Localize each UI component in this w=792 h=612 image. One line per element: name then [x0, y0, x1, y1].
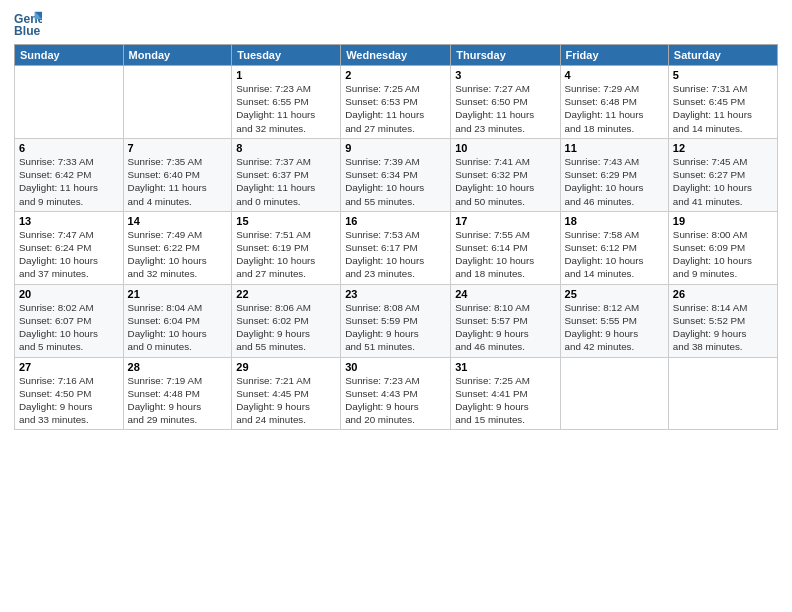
- day-info: Sunrise: 7:47 AM Sunset: 6:24 PM Dayligh…: [19, 228, 119, 281]
- column-header-monday: Monday: [123, 45, 232, 66]
- day-cell: 17Sunrise: 7:55 AM Sunset: 6:14 PM Dayli…: [451, 211, 560, 284]
- day-cell: 18Sunrise: 7:58 AM Sunset: 6:12 PM Dayli…: [560, 211, 668, 284]
- day-number: 29: [236, 361, 336, 373]
- day-info: Sunrise: 8:04 AM Sunset: 6:04 PM Dayligh…: [128, 301, 228, 354]
- week-row-2: 6Sunrise: 7:33 AM Sunset: 6:42 PM Daylig…: [15, 138, 778, 211]
- day-cell: [560, 357, 668, 430]
- column-header-thursday: Thursday: [451, 45, 560, 66]
- day-cell: 8Sunrise: 7:37 AM Sunset: 6:37 PM Daylig…: [232, 138, 341, 211]
- day-info: Sunrise: 7:31 AM Sunset: 6:45 PM Dayligh…: [673, 82, 773, 135]
- day-cell: 28Sunrise: 7:19 AM Sunset: 4:48 PM Dayli…: [123, 357, 232, 430]
- day-info: Sunrise: 8:08 AM Sunset: 5:59 PM Dayligh…: [345, 301, 446, 354]
- day-info: Sunrise: 7:49 AM Sunset: 6:22 PM Dayligh…: [128, 228, 228, 281]
- day-info: Sunrise: 8:02 AM Sunset: 6:07 PM Dayligh…: [19, 301, 119, 354]
- day-number: 9: [345, 142, 446, 154]
- day-info: Sunrise: 7:35 AM Sunset: 6:40 PM Dayligh…: [128, 155, 228, 208]
- day-info: Sunrise: 7:43 AM Sunset: 6:29 PM Dayligh…: [565, 155, 664, 208]
- column-header-sunday: Sunday: [15, 45, 124, 66]
- day-cell: 25Sunrise: 8:12 AM Sunset: 5:55 PM Dayli…: [560, 284, 668, 357]
- day-number: 20: [19, 288, 119, 300]
- day-cell: 12Sunrise: 7:45 AM Sunset: 6:27 PM Dayli…: [668, 138, 777, 211]
- day-number: 31: [455, 361, 555, 373]
- column-header-saturday: Saturday: [668, 45, 777, 66]
- column-header-friday: Friday: [560, 45, 668, 66]
- logo: General Blue: [14, 10, 46, 38]
- day-number: 4: [565, 69, 664, 81]
- day-number: 15: [236, 215, 336, 227]
- day-number: 23: [345, 288, 446, 300]
- day-number: 28: [128, 361, 228, 373]
- day-info: Sunrise: 7:25 AM Sunset: 4:41 PM Dayligh…: [455, 374, 555, 427]
- day-cell: 16Sunrise: 7:53 AM Sunset: 6:17 PM Dayli…: [341, 211, 451, 284]
- day-cell: 29Sunrise: 7:21 AM Sunset: 4:45 PM Dayli…: [232, 357, 341, 430]
- day-number: 10: [455, 142, 555, 154]
- day-cell: 3Sunrise: 7:27 AM Sunset: 6:50 PM Daylig…: [451, 66, 560, 139]
- day-cell: 21Sunrise: 8:04 AM Sunset: 6:04 PM Dayli…: [123, 284, 232, 357]
- day-info: Sunrise: 7:53 AM Sunset: 6:17 PM Dayligh…: [345, 228, 446, 281]
- day-info: Sunrise: 7:23 AM Sunset: 6:55 PM Dayligh…: [236, 82, 336, 135]
- day-info: Sunrise: 8:10 AM Sunset: 5:57 PM Dayligh…: [455, 301, 555, 354]
- day-info: Sunrise: 8:06 AM Sunset: 6:02 PM Dayligh…: [236, 301, 336, 354]
- week-row-3: 13Sunrise: 7:47 AM Sunset: 6:24 PM Dayli…: [15, 211, 778, 284]
- day-info: Sunrise: 7:21 AM Sunset: 4:45 PM Dayligh…: [236, 374, 336, 427]
- day-number: 8: [236, 142, 336, 154]
- day-cell: 30Sunrise: 7:23 AM Sunset: 4:43 PM Dayli…: [341, 357, 451, 430]
- day-number: 1: [236, 69, 336, 81]
- day-cell: 9Sunrise: 7:39 AM Sunset: 6:34 PM Daylig…: [341, 138, 451, 211]
- day-info: Sunrise: 7:16 AM Sunset: 4:50 PM Dayligh…: [19, 374, 119, 427]
- day-cell: 24Sunrise: 8:10 AM Sunset: 5:57 PM Dayli…: [451, 284, 560, 357]
- day-number: 12: [673, 142, 773, 154]
- day-info: Sunrise: 7:58 AM Sunset: 6:12 PM Dayligh…: [565, 228, 664, 281]
- day-cell: 5Sunrise: 7:31 AM Sunset: 6:45 PM Daylig…: [668, 66, 777, 139]
- calendar-header-row: SundayMondayTuesdayWednesdayThursdayFrid…: [15, 45, 778, 66]
- day-info: Sunrise: 7:37 AM Sunset: 6:37 PM Dayligh…: [236, 155, 336, 208]
- day-info: Sunrise: 7:39 AM Sunset: 6:34 PM Dayligh…: [345, 155, 446, 208]
- day-cell: 10Sunrise: 7:41 AM Sunset: 6:32 PM Dayli…: [451, 138, 560, 211]
- day-number: 2: [345, 69, 446, 81]
- day-number: 17: [455, 215, 555, 227]
- day-number: 18: [565, 215, 664, 227]
- day-cell: 13Sunrise: 7:47 AM Sunset: 6:24 PM Dayli…: [15, 211, 124, 284]
- day-number: 7: [128, 142, 228, 154]
- day-cell: 27Sunrise: 7:16 AM Sunset: 4:50 PM Dayli…: [15, 357, 124, 430]
- day-cell: 19Sunrise: 8:00 AM Sunset: 6:09 PM Dayli…: [668, 211, 777, 284]
- day-cell: 4Sunrise: 7:29 AM Sunset: 6:48 PM Daylig…: [560, 66, 668, 139]
- svg-text:Blue: Blue: [14, 24, 41, 38]
- day-number: 11: [565, 142, 664, 154]
- day-cell: 14Sunrise: 7:49 AM Sunset: 6:22 PM Dayli…: [123, 211, 232, 284]
- day-cell: 7Sunrise: 7:35 AM Sunset: 6:40 PM Daylig…: [123, 138, 232, 211]
- day-number: 3: [455, 69, 555, 81]
- week-row-5: 27Sunrise: 7:16 AM Sunset: 4:50 PM Dayli…: [15, 357, 778, 430]
- day-cell: 22Sunrise: 8:06 AM Sunset: 6:02 PM Dayli…: [232, 284, 341, 357]
- day-cell: 31Sunrise: 7:25 AM Sunset: 4:41 PM Dayli…: [451, 357, 560, 430]
- day-info: Sunrise: 7:27 AM Sunset: 6:50 PM Dayligh…: [455, 82, 555, 135]
- day-cell: 23Sunrise: 8:08 AM Sunset: 5:59 PM Dayli…: [341, 284, 451, 357]
- day-info: Sunrise: 7:29 AM Sunset: 6:48 PM Dayligh…: [565, 82, 664, 135]
- day-number: 6: [19, 142, 119, 154]
- day-info: Sunrise: 7:19 AM Sunset: 4:48 PM Dayligh…: [128, 374, 228, 427]
- day-info: Sunrise: 8:12 AM Sunset: 5:55 PM Dayligh…: [565, 301, 664, 354]
- day-number: 25: [565, 288, 664, 300]
- day-number: 30: [345, 361, 446, 373]
- day-number: 21: [128, 288, 228, 300]
- day-number: 22: [236, 288, 336, 300]
- day-cell: [15, 66, 124, 139]
- day-info: Sunrise: 7:45 AM Sunset: 6:27 PM Dayligh…: [673, 155, 773, 208]
- day-info: Sunrise: 7:23 AM Sunset: 4:43 PM Dayligh…: [345, 374, 446, 427]
- page: General Blue SundayMondayTuesdayWednesda…: [0, 0, 792, 612]
- day-info: Sunrise: 7:55 AM Sunset: 6:14 PM Dayligh…: [455, 228, 555, 281]
- header: General Blue: [14, 10, 778, 38]
- day-number: 26: [673, 288, 773, 300]
- day-cell: 2Sunrise: 7:25 AM Sunset: 6:53 PM Daylig…: [341, 66, 451, 139]
- day-info: Sunrise: 7:51 AM Sunset: 6:19 PM Dayligh…: [236, 228, 336, 281]
- day-number: 16: [345, 215, 446, 227]
- day-number: 24: [455, 288, 555, 300]
- day-cell: [123, 66, 232, 139]
- day-info: Sunrise: 7:25 AM Sunset: 6:53 PM Dayligh…: [345, 82, 446, 135]
- day-cell: 15Sunrise: 7:51 AM Sunset: 6:19 PM Dayli…: [232, 211, 341, 284]
- day-info: Sunrise: 7:41 AM Sunset: 6:32 PM Dayligh…: [455, 155, 555, 208]
- day-cell: 6Sunrise: 7:33 AM Sunset: 6:42 PM Daylig…: [15, 138, 124, 211]
- column-header-wednesday: Wednesday: [341, 45, 451, 66]
- day-number: 5: [673, 69, 773, 81]
- day-number: 27: [19, 361, 119, 373]
